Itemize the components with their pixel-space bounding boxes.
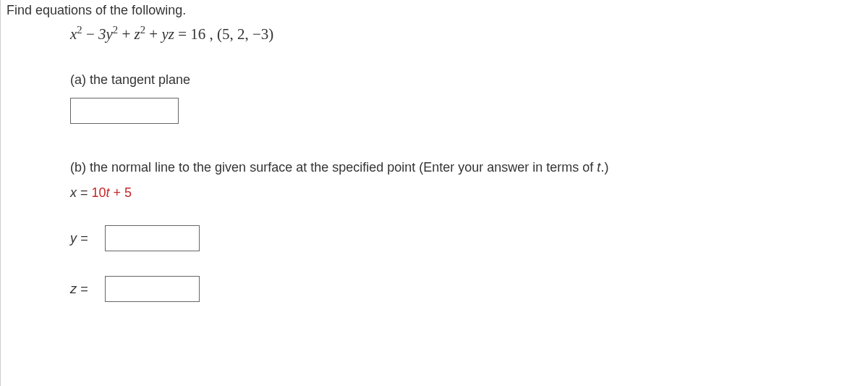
z-label: z = xyxy=(70,282,99,297)
x-answer: 10t + 5 xyxy=(92,185,132,200)
part-b-section: (b) the normal line to the given surface… xyxy=(70,160,862,302)
y-equation-row: y = xyxy=(70,225,862,251)
equation-display: x2 − 3y2 + z2 + yz = 16 , (5, 2, −3) xyxy=(70,24,862,43)
part-a-label: (a) the tangent plane xyxy=(70,72,862,88)
x-var: x xyxy=(70,185,77,200)
x-equation-row: x = 10t + 5 xyxy=(70,185,862,201)
question-instruction: Find equations of the following. xyxy=(7,3,862,18)
y-label: y = xyxy=(70,231,99,246)
tangent-plane-input[interactable] xyxy=(70,98,179,124)
z-input[interactable] xyxy=(105,276,200,302)
part-a-section: (a) the tangent plane xyxy=(70,72,862,124)
y-input[interactable] xyxy=(105,225,200,251)
part-b-label: (b) the normal line to the given surface… xyxy=(70,160,862,175)
z-equation-row: z = xyxy=(70,276,862,302)
